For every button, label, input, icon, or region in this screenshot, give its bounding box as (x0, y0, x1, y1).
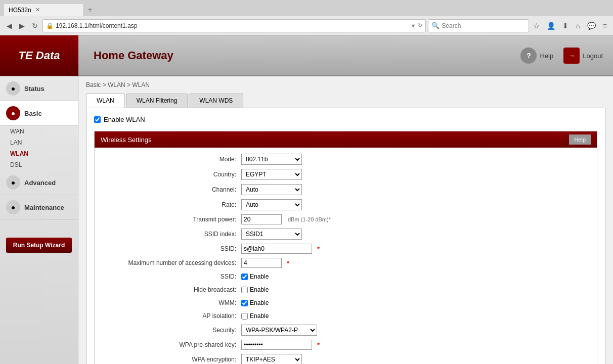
wmm-checkbox-label: Enable (241, 299, 269, 306)
sidebar-item-basic[interactable]: ● Basic (0, 101, 78, 126)
search-icon: 🔍 (431, 22, 440, 29)
sidebar-label-basic: Basic (24, 110, 42, 117)
tab-bar: WLAN WLAN Filtering WLAN WDS (86, 94, 605, 108)
wireless-settings-panel: Wireless Settings Help Mode: 802.11b 802… (94, 131, 597, 364)
wpa-encryption-label: WPA encryption: (100, 356, 241, 363)
browser-tab[interactable]: HG532n ✕ (3, 3, 84, 16)
country-select[interactable]: EGYPT (241, 169, 302, 180)
wpa-key-label: WPA pre-shared key: (100, 341, 241, 348)
help-label: Help (540, 52, 553, 60)
bookmark-star-icon[interactable]: ☆ (531, 21, 542, 31)
content-box: Enable WLAN Wireless Settings Help Mode: (86, 108, 605, 364)
help-panel-button[interactable]: Help (569, 134, 591, 145)
breadcrumb: Basic > WLAN > WLAN (86, 81, 605, 88)
tab-wlan-filtering[interactable]: WLAN Filtering (126, 94, 188, 108)
help-icon: ? (520, 48, 537, 64)
sidebar-item-status[interactable]: ● Status (0, 76, 78, 101)
sidebar: ● Status ● Basic WAN LAN WLAN DSL ● Adva… (0, 76, 78, 364)
ssid-input[interactable] (241, 244, 312, 254)
sidebar-sub-dsl[interactable]: DSL (0, 159, 78, 170)
enable-wlan-label: Enable WLAN (104, 116, 145, 123)
chat-icon[interactable]: 💬 (585, 21, 598, 31)
channel-select[interactable]: Auto (241, 184, 302, 195)
back-button[interactable]: ◀ (4, 21, 15, 31)
settings-body: Mode: 802.11b 802.11g 802.11n 802.11b/g … (95, 148, 597, 364)
page-header-title: Home Gateway (78, 49, 520, 62)
form-row-wmm: WMM: Enable (95, 296, 597, 309)
logo-text: TE Data (19, 49, 60, 62)
transmit-power-input[interactable]: 20 (241, 214, 282, 224)
run-setup-wizard-button[interactable]: Run Setup Wizard (6, 238, 72, 253)
user-icon[interactable]: 👤 (545, 21, 557, 31)
mode-label: Mode: (100, 156, 241, 163)
ssid-enable-checkbox[interactable] (241, 274, 248, 280)
wpa-encryption-select[interactable]: TKIP+AES (241, 354, 302, 364)
menu-icon[interactable]: ≡ (601, 21, 609, 31)
sidebar-label-advanced: Advanced (24, 179, 56, 187)
enable-wlan-row: Enable WLAN (94, 116, 597, 123)
lock-icon: 🔒 (46, 22, 54, 29)
rate-label: Rate: (100, 201, 241, 208)
form-row-security: Security: WPA-PSK/WPA2-P (95, 323, 597, 338)
search-bar[interactable]: 🔍 (428, 19, 529, 32)
sidebar-sub-wan[interactable]: WAN (0, 126, 78, 137)
wmm-label: WMM: (100, 299, 241, 306)
ap-isolation-checkbox[interactable] (241, 313, 248, 320)
maintenance-icon: ● (6, 200, 20, 214)
ssid-index-label: SSID index: (100, 231, 241, 238)
logout-icon: → (563, 48, 580, 64)
wmm-text: Enable (250, 299, 269, 306)
ap-isolation-label: AP isolation: (100, 312, 241, 320)
logout-label: Logout (583, 52, 603, 60)
ap-isolation-checkbox-label: Enable (241, 312, 269, 320)
max-devices-input[interactable] (241, 258, 282, 268)
forward-button[interactable]: ▶ (17, 21, 27, 31)
sidebar-sub-wlan[interactable]: WLAN (0, 148, 78, 159)
rate-select[interactable]: Auto (241, 199, 302, 210)
wpa-key-input[interactable] (241, 340, 312, 350)
download-icon[interactable]: ⬇ (560, 21, 571, 31)
refresh-button[interactable]: ↻ (29, 21, 40, 31)
enable-wlan-checkbox[interactable] (94, 116, 101, 123)
ssid-enable-label: SSID: (100, 273, 241, 280)
settings-title: Wireless Settings (101, 136, 151, 144)
form-row-hide-broadcast: Hide broadcast: Enable (95, 283, 597, 296)
form-row-ssid-index: SSID index: SSID1 (95, 226, 597, 242)
form-row-wpa-encryption: WPA encryption: TKIP+AES (95, 352, 597, 364)
search-input[interactable] (442, 22, 526, 29)
sidebar-item-maintenance[interactable]: ● Maintenance (0, 195, 78, 220)
logout-button[interactable]: → Logout (563, 48, 603, 64)
form-row-country: Country: EGYPT (95, 167, 597, 182)
ssid-label: SSID: (100, 245, 241, 252)
wmm-checkbox[interactable] (241, 300, 248, 306)
form-row-mode: Mode: 802.11b 802.11g 802.11n 802.11b/g … (95, 152, 597, 167)
tab-wlan-wds[interactable]: WLAN WDS (189, 94, 243, 108)
transmit-power-label: Transmit power: (100, 216, 241, 223)
sidebar-item-advanced[interactable]: ● Advanced (0, 170, 78, 195)
logo-area: TE Data (0, 35, 78, 76)
status-icon: ● (6, 81, 20, 96)
sidebar-label-maintenance: Maintenance (24, 204, 64, 211)
form-row-max-devices: Maximum number of accessing devices: * (95, 256, 597, 270)
hide-broadcast-checkbox-label: Enable (241, 286, 269, 293)
home-icon[interactable]: ⌂ (574, 21, 582, 31)
tab-close-icon[interactable]: ✕ (35, 7, 40, 13)
basic-icon: ● (6, 106, 20, 120)
form-row-ssid-enable: SSID: Enable (95, 270, 597, 283)
tab-wlan[interactable]: WLAN (86, 94, 125, 108)
mode-select[interactable]: 802.11b 802.11g 802.11n 802.11b/g 802.11… (241, 154, 302, 165)
channel-label: Channel: (100, 186, 241, 193)
address-bar[interactable]: 🔒 192.168.1.1/html/content1.asp ▼ ↻ (42, 19, 426, 32)
wpa-key-required: * (317, 341, 320, 349)
new-tab-icon[interactable]: ＋ (86, 5, 94, 15)
form-row-transmit-power: Transmit power: 20 dBm (1-20 dBm)* (95, 212, 597, 226)
help-button[interactable]: ? Help (520, 48, 553, 64)
security-select[interactable]: WPA-PSK/WPA2-P (241, 325, 317, 336)
ap-isolation-text: Enable (250, 312, 269, 320)
sidebar-sub-lan[interactable]: LAN (0, 137, 78, 148)
max-devices-required: * (287, 259, 289, 267)
hide-broadcast-checkbox[interactable] (241, 287, 248, 293)
hide-broadcast-text: Enable (250, 286, 269, 293)
ssid-index-select[interactable]: SSID1 (241, 229, 302, 240)
max-devices-label: Maximum number of accessing devices: (100, 259, 241, 266)
